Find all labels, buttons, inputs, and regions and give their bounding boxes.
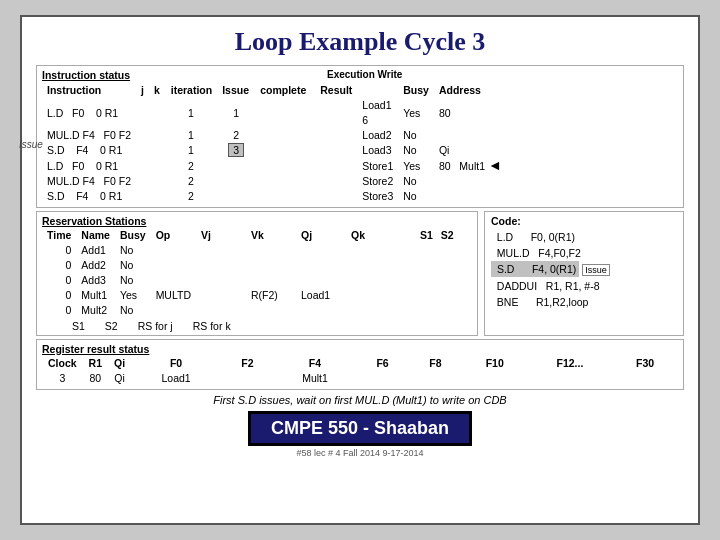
rs-row: 0 Add2No	[42, 258, 396, 273]
rs-row: 0 Add1No	[42, 243, 396, 258]
register-table: Clock R1 Qi F0 F2 F4 F6 F8 F10 F12... F3…	[42, 356, 678, 386]
f4-val: Mult1	[274, 371, 356, 386]
clock-val: 3	[42, 371, 83, 386]
issue-side-label: Issue	[19, 138, 43, 149]
instruction-table: Instruction j k iteration Issue complete…	[42, 83, 507, 204]
f10-label: F10	[462, 356, 528, 371]
col-instruction: Instruction	[42, 83, 136, 98]
code-line-bne: BNE R1,R2,loop	[491, 294, 677, 310]
rs-table: Time Name Busy Op Vj Vk Qj Qk	[42, 228, 396, 318]
slide-title: Loop Example Cycle 3	[36, 27, 684, 57]
rs-col-name: Name	[76, 228, 115, 243]
table-row: S.D F4 0 R1 1 3 Load3 No Qi	[42, 143, 507, 158]
cmpe-container: CMPE 550 - Shaaban	[36, 411, 684, 446]
qi-val: Qi	[108, 371, 131, 386]
register-row: 3 80 Qi Load1 Mult1	[42, 371, 678, 386]
f8-val	[409, 371, 462, 386]
col-j: j	[136, 83, 149, 98]
qi-label: Qi	[108, 356, 131, 371]
col-iteration: iteration	[165, 83, 217, 98]
s1-label: S1	[420, 228, 433, 243]
code-header: Code:	[491, 215, 677, 227]
s1-col-label: S1	[72, 320, 85, 332]
sd-highlight: S.D F4, 0(R1)	[491, 261, 579, 277]
rs-col-busy: Busy	[115, 228, 151, 243]
code-block: L.D F0, 0(R1) MUL.D F4,F0,F2 S.D F4, 0(R…	[491, 229, 677, 310]
f2-label: F2	[221, 356, 274, 371]
rs-col-qj: Qj	[296, 228, 346, 243]
rs-row: 0 Mult1YesMULTDR(F2)Load1	[42, 288, 396, 303]
table-row: L.D F0 0 R1 2 Store1 Yes 80 Mult1 ◄	[42, 158, 507, 174]
f30-val	[612, 371, 678, 386]
footer-text: #58 lec # 4 Fall 2014 9-17-2014	[36, 448, 684, 458]
f30-label: F30	[612, 356, 678, 371]
col-complete: complete	[255, 83, 315, 98]
col-k: k	[149, 83, 165, 98]
s2-label: S2	[441, 228, 454, 243]
f0-label: F0	[131, 356, 221, 371]
table-row: L.D F0 0 R1 1 1 Load1 6 Yes 80	[42, 98, 507, 128]
rs-col-vj: Vj	[196, 228, 246, 243]
r1-val: 80	[83, 371, 108, 386]
f0-val: Load1	[131, 371, 221, 386]
rs-col-vk: Vk	[246, 228, 296, 243]
rs-col-time: Time	[42, 228, 76, 243]
cmpe-label: CMPE 550 - Shaaban	[248, 411, 472, 446]
bottom-note: First S.D issues, wait on first MUL.D (M…	[36, 394, 684, 406]
col-busy: Busy	[398, 83, 434, 98]
rs-row: 0 Add3No	[42, 273, 396, 288]
col-result: Result	[315, 83, 357, 98]
rs-row: 0 Mult2No	[42, 303, 396, 318]
code-line-daddui: DADDUI R1, R1, #-8	[491, 278, 677, 294]
rs-k-col-label: RS for k	[193, 320, 231, 332]
rs-col-op: Op	[151, 228, 196, 243]
f2-val	[221, 371, 274, 386]
rs-j-col-label: RS for j	[138, 320, 173, 332]
issue-badge: Issue	[582, 264, 610, 276]
f6-label: F6	[356, 356, 409, 371]
f12-label: F12...	[528, 356, 613, 371]
slide-container: Loop Example Cycle 3 Instruction status …	[20, 15, 700, 525]
f12-val	[528, 371, 613, 386]
s2-col-label: S2	[105, 320, 118, 332]
f6-val	[356, 371, 409, 386]
code-line-sd: S.D F4, 0(R1) Issue	[491, 261, 677, 278]
table-row: MUL.D F4 F0 F2 2 Store2 No	[42, 174, 507, 189]
col-issue: Issue	[217, 83, 255, 98]
col-address: Address	[434, 83, 507, 98]
register-result-header: Register result status	[42, 343, 678, 355]
code-line-ld: L.D F0, 0(R1)	[491, 229, 677, 245]
clock-label: Clock	[42, 356, 83, 371]
f4-label: F4	[274, 356, 356, 371]
r1-label: R1	[83, 356, 108, 371]
rs-col-qk: Qk	[346, 228, 396, 243]
reservation-stations-header: Reservation Stations	[42, 215, 472, 227]
code-line-muld: MUL.D F4,F0,F2	[491, 245, 677, 261]
f8-label: F8	[409, 356, 462, 371]
exec-write-header: Execution Write	[327, 69, 402, 80]
table-row: MUL.D F4 F0 F2 1 2 Load2 No	[42, 128, 507, 143]
issue-3-cell: 3	[228, 143, 244, 157]
f10-val	[462, 371, 528, 386]
table-row: S.D F4 0 R1 2 Store3 No	[42, 189, 507, 204]
